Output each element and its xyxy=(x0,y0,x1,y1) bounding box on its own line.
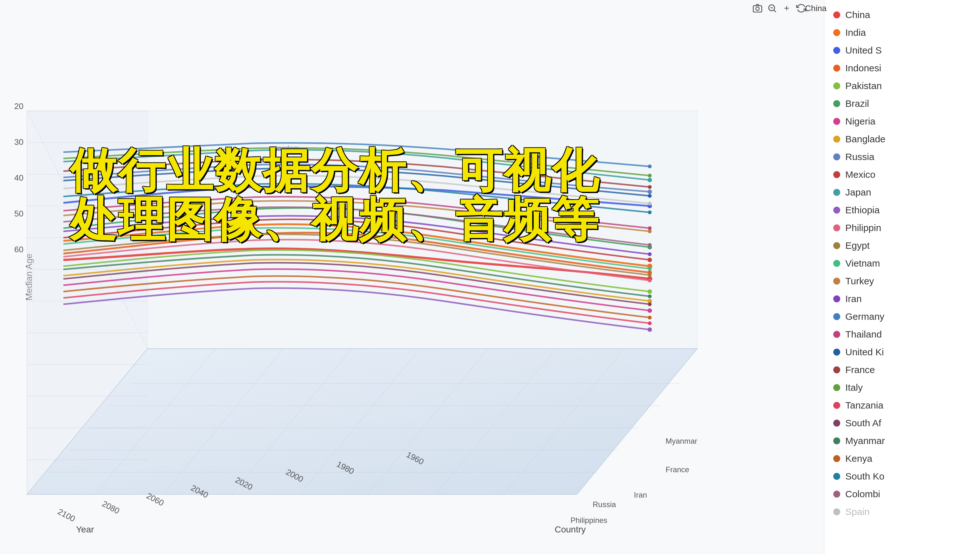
svg-text:Russia: Russia xyxy=(593,500,616,509)
legend-label: Ethiopia xyxy=(845,205,880,215)
legend-dot xyxy=(833,29,840,36)
svg-point-42 xyxy=(648,308,652,313)
legend-dot xyxy=(833,207,840,213)
legend-dot xyxy=(833,384,840,391)
legend-dot xyxy=(833,171,840,178)
legend-item[interactable]: Banglade xyxy=(831,131,974,148)
legend-item[interactable]: Tanzania xyxy=(831,397,974,414)
legend-item[interactable]: India xyxy=(831,24,974,41)
legend-item[interactable]: Japan xyxy=(831,184,974,201)
legend-item[interactable]: South Ko xyxy=(831,468,974,485)
legend-dot xyxy=(833,47,840,54)
legend-label: Kenya xyxy=(845,453,872,464)
legend-label: Italy xyxy=(845,382,863,393)
legend-item[interactable]: Thailand xyxy=(831,326,974,343)
legend-item[interactable]: Philippin xyxy=(831,219,974,236)
legend-label: Spain xyxy=(845,506,870,517)
svg-point-62 xyxy=(648,210,652,214)
legend-item[interactable]: Turkey xyxy=(831,272,974,290)
legend-label: South Af xyxy=(845,418,881,428)
legend-label: Vietnam xyxy=(845,258,880,269)
legend-dot xyxy=(833,136,840,143)
legend-item[interactable]: Vietnam xyxy=(831,255,974,272)
legend-dot xyxy=(833,100,840,107)
legend-item[interactable]: Egypt xyxy=(831,237,974,254)
legend-dot xyxy=(833,224,840,231)
svg-point-52 xyxy=(648,252,652,256)
legend-label: United Ki xyxy=(845,347,884,358)
legend-item[interactable]: South Af xyxy=(831,415,974,431)
legend-dot xyxy=(833,420,840,427)
svg-text:2080: 2080 xyxy=(100,499,121,516)
svg-text:Country: Country xyxy=(555,525,586,534)
legend-item[interactable]: Brazil xyxy=(831,95,974,112)
legend-dot xyxy=(833,455,840,462)
legend-dot xyxy=(833,366,840,373)
legend-dot xyxy=(833,473,840,480)
legend-label: Egypt xyxy=(845,240,870,251)
legend-dot xyxy=(833,402,840,409)
legend-item[interactable]: France xyxy=(831,361,974,379)
legend-item[interactable]: Myanmar xyxy=(831,432,974,449)
legend-label: Tanzania xyxy=(845,400,883,411)
legend-panel: ChinaIndiaUnited SIndonesiPakistanBrazil… xyxy=(824,0,980,554)
legend-item[interactable]: Kenya xyxy=(831,450,974,467)
legend-label: Brazil xyxy=(845,98,869,109)
svg-point-46 xyxy=(648,178,652,182)
legend-item[interactable]: Pakistan xyxy=(831,77,974,94)
legend-label: India xyxy=(845,27,866,38)
legend-item[interactable]: Germany xyxy=(831,308,974,325)
toolbar: + China xyxy=(752,3,821,14)
legend-dot xyxy=(833,260,840,267)
china-label: China xyxy=(810,3,821,14)
chart-svg: Ingdom 2100 2080 2060 2040 xyxy=(0,0,824,554)
legend-dot xyxy=(833,65,840,72)
legend-item[interactable]: United S xyxy=(831,42,974,59)
legend-item[interactable]: China xyxy=(831,6,974,24)
svg-point-55 xyxy=(648,194,652,198)
legend-label: Turkey xyxy=(845,276,874,287)
legend-item[interactable]: Ethiopia xyxy=(831,202,974,219)
legend-item[interactable]: Iran xyxy=(831,290,974,307)
legend-item[interactable]: Italy xyxy=(831,379,974,396)
svg-text:France: France xyxy=(666,465,689,474)
svg-point-48 xyxy=(648,279,652,282)
svg-point-56 xyxy=(648,185,652,189)
legend-item[interactable]: Russia xyxy=(831,148,974,166)
overlay-line1: 做行业数据分析、可视化 xyxy=(70,146,600,195)
legend-item[interactable]: Colombi xyxy=(831,486,974,503)
legend-dot xyxy=(833,83,840,89)
svg-point-47 xyxy=(648,327,652,332)
svg-point-59 xyxy=(648,302,652,306)
camera-icon[interactable] xyxy=(752,3,763,14)
legend-dot xyxy=(833,11,840,18)
svg-point-50 xyxy=(648,267,652,271)
svg-text:Philippines: Philippines xyxy=(571,516,607,525)
svg-text:Myanmar: Myanmar xyxy=(666,437,697,445)
plus-icon[interactable]: + xyxy=(781,3,792,14)
svg-point-44 xyxy=(648,189,652,194)
svg-text:Year: Year xyxy=(76,525,94,534)
legend-dot xyxy=(833,278,840,285)
legend-label: Indonesi xyxy=(845,63,881,73)
legend-item[interactable]: Indonesi xyxy=(831,60,974,77)
legend-container: ChinaIndiaUnited SIndonesiPakistanBrazil… xyxy=(831,6,974,521)
legend-item[interactable]: Nigeria xyxy=(831,113,974,130)
svg-point-54 xyxy=(648,226,652,230)
zoom-out-icon[interactable] xyxy=(766,3,778,14)
legend-item[interactable]: Mexico xyxy=(831,166,974,183)
svg-point-49 xyxy=(648,273,652,277)
legend-label: United S xyxy=(845,45,882,56)
legend-label: Myanmar xyxy=(845,435,885,446)
svg-line-4 xyxy=(774,10,776,12)
legend-dot xyxy=(833,118,840,125)
overlay-line2: 处理图像、视频、音频等 xyxy=(70,195,600,244)
legend-label: Iran xyxy=(845,293,862,304)
legend-label: Japan xyxy=(845,187,871,198)
legend-dot xyxy=(833,490,840,498)
legend-item[interactable]: Spain xyxy=(831,503,974,521)
legend-dot xyxy=(833,242,840,249)
legend-item[interactable]: United Ki xyxy=(831,344,974,361)
legend-dot xyxy=(833,437,840,444)
svg-point-45 xyxy=(648,258,652,262)
